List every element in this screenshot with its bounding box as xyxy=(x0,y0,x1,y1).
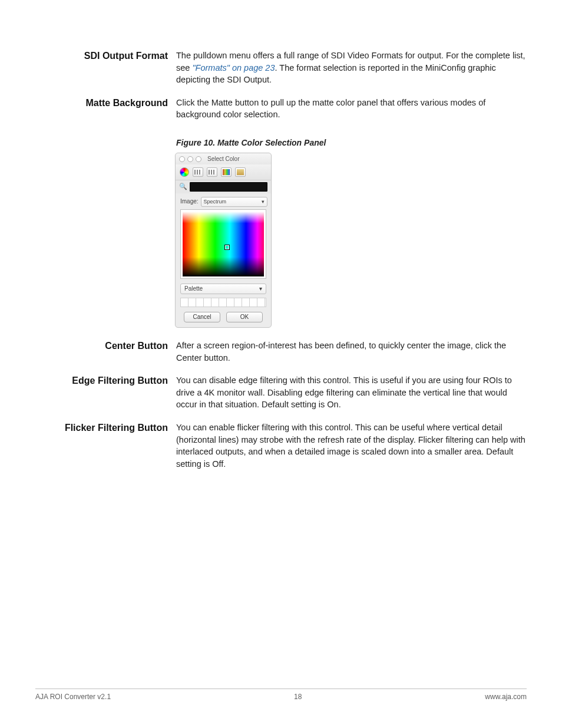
palette-label: Palette xyxy=(184,285,203,293)
body-edge-filtering: You can disable edge filtering with this… xyxy=(176,374,527,411)
zoom-icon[interactable] xyxy=(196,156,201,162)
heading-matte-background: Matte Background xyxy=(35,97,176,121)
chevron-updown-icon: ▾ xyxy=(262,198,265,206)
chevron-down-icon: ▾ xyxy=(259,285,262,293)
magnifier-icon[interactable]: 🔍 xyxy=(179,182,187,192)
heading-sdi-output-format: SDI Output Format xyxy=(35,50,176,86)
ok-button[interactable]: OK xyxy=(226,312,263,322)
figure-caption: Figure 10. Matte Color Selection Panel xyxy=(176,137,527,149)
spectrum-container xyxy=(180,209,266,279)
footer-product: AJA ROI Converter v2.1 xyxy=(35,693,111,701)
image-select[interactable]: Spectrum ▾ xyxy=(201,197,267,207)
close-icon[interactable] xyxy=(179,156,185,162)
heading-center-button: Center Button xyxy=(35,340,176,364)
heading-flicker-filtering: Flicker Filtering Button xyxy=(35,421,176,470)
color-picker-dialog: Select Color 🔍 Image: Spectrum xyxy=(175,153,272,328)
body-matte-background: Click the Matte button to pull up the ma… xyxy=(176,97,527,121)
color-preview-swatch xyxy=(190,182,267,192)
link-formats-page-23[interactable]: "Formats" on page 23 xyxy=(192,63,275,73)
minimize-icon[interactable] xyxy=(187,156,193,162)
crayons-icon[interactable] xyxy=(235,167,246,177)
image-palettes-icon[interactable] xyxy=(221,167,232,177)
color-sliders-icon[interactable] xyxy=(193,167,203,177)
color-palettes-icon[interactable] xyxy=(207,167,217,177)
palette-select[interactable]: Palette ▾ xyxy=(180,284,266,294)
dialog-titlebar: Select Color xyxy=(176,153,271,164)
image-select-value: Spectrum xyxy=(204,198,227,206)
body-flicker-filtering: You can enable flicker filtering with th… xyxy=(176,421,527,470)
palette-swatches[interactable] xyxy=(180,298,266,307)
color-wheel-icon[interactable] xyxy=(180,167,189,177)
dialog-title: Select Color xyxy=(207,155,239,163)
body-center-button: After a screen region-of-interest has be… xyxy=(176,340,527,364)
image-label: Image: xyxy=(180,197,199,206)
body-sdi-output-format: The pulldown menu offers a full range of… xyxy=(176,50,527,86)
footer-page-number: 18 xyxy=(294,693,302,701)
heading-edge-filtering: Edge Filtering Button xyxy=(35,374,176,411)
spectrum-picker[interactable] xyxy=(183,212,264,276)
cancel-button[interactable]: Cancel xyxy=(184,312,220,322)
footer-url: www.aja.com xyxy=(485,693,527,701)
